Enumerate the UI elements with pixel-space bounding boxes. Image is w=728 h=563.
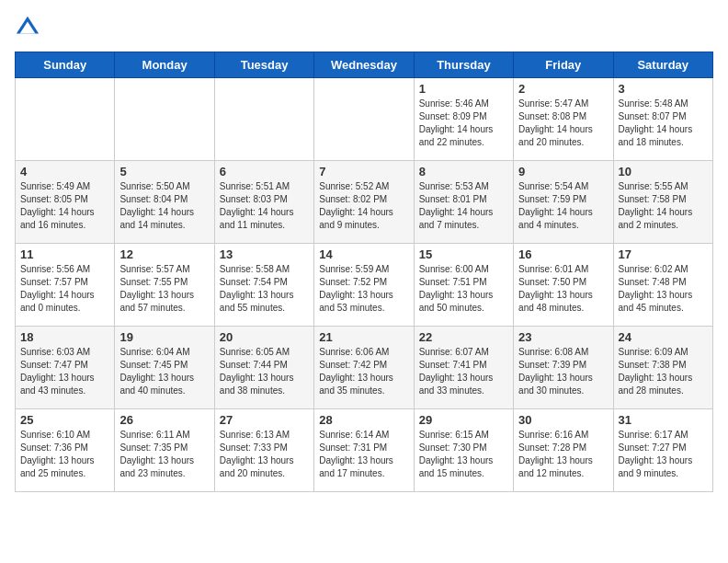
- day-info: Sunrise: 6:01 AM Sunset: 7:50 PM Dayligh…: [518, 263, 608, 315]
- week-row-5: 25Sunrise: 6:10 AM Sunset: 7:36 PM Dayli…: [16, 409, 713, 492]
- day-info: Sunrise: 5:58 AM Sunset: 7:54 PM Dayligh…: [220, 263, 309, 315]
- calendar-cell: 14Sunrise: 5:59 AM Sunset: 7:52 PM Dayli…: [314, 244, 414, 327]
- day-number: 5: [119, 165, 209, 178]
- calendar-header: SundayMondayTuesdayWednesdayThursdayFrid…: [16, 52, 713, 78]
- day-number: 19: [119, 330, 209, 344]
- day-info: Sunrise: 6:05 AM Sunset: 7:44 PM Dayligh…: [220, 346, 309, 397]
- day-info: Sunrise: 6:09 AM Sunset: 7:38 PM Dayligh…: [619, 346, 708, 397]
- day-number: 31: [619, 413, 708, 427]
- day-number: 25: [20, 413, 109, 427]
- calendar-cell: 1Sunrise: 5:46 AM Sunset: 8:09 PM Daylig…: [414, 78, 513, 161]
- day-number: 22: [419, 330, 508, 344]
- calendar-cell: 27Sunrise: 6:13 AM Sunset: 7:33 PM Dayli…: [214, 409, 313, 492]
- calendar-cell: 29Sunrise: 6:15 AM Sunset: 7:30 PM Dayli…: [414, 409, 513, 492]
- day-info: Sunrise: 6:15 AM Sunset: 7:30 PM Dayligh…: [419, 429, 508, 480]
- calendar-cell: 11Sunrise: 5:56 AM Sunset: 7:57 PM Dayli…: [16, 244, 115, 327]
- calendar-cell: [314, 78, 414, 161]
- header-row: SundayMondayTuesdayWednesdayThursdayFrid…: [16, 52, 713, 78]
- calendar-cell: 23Sunrise: 6:08 AM Sunset: 7:39 PM Dayli…: [514, 327, 613, 409]
- day-number: 12: [119, 247, 209, 261]
- day-info: Sunrise: 5:52 AM Sunset: 8:02 PM Dayligh…: [319, 180, 408, 232]
- calendar-cell: 3Sunrise: 5:48 AM Sunset: 8:07 PM Daylig…: [613, 78, 712, 161]
- calendar-cell: [115, 78, 214, 161]
- calendar-body: 1Sunrise: 5:46 AM Sunset: 8:09 PM Daylig…: [16, 78, 713, 492]
- week-row-1: 1Sunrise: 5:46 AM Sunset: 8:09 PM Daylig…: [16, 78, 713, 161]
- calendar-cell: 9Sunrise: 5:54 AM Sunset: 7:59 PM Daylig…: [514, 161, 613, 244]
- day-info: Sunrise: 5:55 AM Sunset: 7:58 PM Dayligh…: [619, 180, 708, 232]
- calendar-cell: 21Sunrise: 6:06 AM Sunset: 7:42 PM Dayli…: [314, 327, 414, 409]
- week-row-3: 11Sunrise: 5:56 AM Sunset: 7:57 PM Dayli…: [16, 244, 713, 327]
- day-number: 11: [20, 247, 109, 261]
- day-info: Sunrise: 5:53 AM Sunset: 8:01 PM Dayligh…: [419, 180, 508, 232]
- calendar-cell: 5Sunrise: 5:50 AM Sunset: 8:04 PM Daylig…: [115, 161, 214, 244]
- day-number: 8: [419, 165, 508, 178]
- day-number: 29: [419, 413, 508, 427]
- day-number: 3: [619, 82, 708, 96]
- day-number: 7: [319, 165, 408, 178]
- day-number: 15: [419, 247, 508, 261]
- day-info: Sunrise: 6:02 AM Sunset: 7:48 PM Dayligh…: [619, 263, 708, 315]
- calendar-cell: [214, 78, 313, 161]
- calendar-cell: 4Sunrise: 5:49 AM Sunset: 8:05 PM Daylig…: [16, 161, 115, 244]
- page-header: [15, 15, 713, 40]
- day-info: Sunrise: 5:59 AM Sunset: 7:52 PM Dayligh…: [319, 263, 408, 315]
- day-number: 24: [619, 330, 708, 344]
- calendar-cell: 12Sunrise: 5:57 AM Sunset: 7:55 PM Dayli…: [115, 244, 214, 327]
- calendar-cell: 20Sunrise: 6:05 AM Sunset: 7:44 PM Dayli…: [214, 327, 313, 409]
- day-number: 13: [220, 247, 309, 261]
- day-number: 28: [319, 413, 408, 427]
- header-wednesday: Wednesday: [314, 52, 414, 78]
- calendar-cell: 28Sunrise: 6:14 AM Sunset: 7:31 PM Dayli…: [314, 409, 414, 492]
- day-number: 4: [20, 165, 109, 178]
- calendar-cell: 18Sunrise: 6:03 AM Sunset: 7:47 PM Dayli…: [16, 327, 115, 409]
- day-info: Sunrise: 6:00 AM Sunset: 7:51 PM Dayligh…: [419, 263, 508, 315]
- day-info: Sunrise: 6:11 AM Sunset: 7:35 PM Dayligh…: [119, 429, 209, 480]
- day-info: Sunrise: 6:17 AM Sunset: 7:27 PM Dayligh…: [619, 429, 708, 480]
- day-info: Sunrise: 6:08 AM Sunset: 7:39 PM Dayligh…: [518, 346, 608, 397]
- day-info: Sunrise: 6:03 AM Sunset: 7:47 PM Dayligh…: [20, 346, 109, 397]
- calendar-cell: 8Sunrise: 5:53 AM Sunset: 8:01 PM Daylig…: [414, 161, 513, 244]
- calendar-cell: 2Sunrise: 5:47 AM Sunset: 8:08 PM Daylig…: [514, 78, 613, 161]
- day-info: Sunrise: 5:50 AM Sunset: 8:04 PM Dayligh…: [119, 180, 209, 232]
- header-saturday: Saturday: [613, 52, 712, 78]
- week-row-2: 4Sunrise: 5:49 AM Sunset: 8:05 PM Daylig…: [16, 161, 713, 244]
- day-info: Sunrise: 6:13 AM Sunset: 7:33 PM Dayligh…: [220, 429, 309, 480]
- day-info: Sunrise: 5:49 AM Sunset: 8:05 PM Dayligh…: [20, 180, 109, 232]
- calendar-cell: 10Sunrise: 5:55 AM Sunset: 7:58 PM Dayli…: [613, 161, 712, 244]
- day-info: Sunrise: 5:54 AM Sunset: 7:59 PM Dayligh…: [518, 180, 608, 232]
- day-number: 30: [518, 413, 608, 427]
- day-number: 18: [20, 330, 109, 344]
- day-number: 14: [319, 247, 408, 261]
- day-number: 20: [220, 330, 309, 344]
- day-number: 6: [220, 165, 309, 178]
- logo-icon: [15, 15, 40, 40]
- calendar-cell: 19Sunrise: 6:04 AM Sunset: 7:45 PM Dayli…: [115, 327, 214, 409]
- day-info: Sunrise: 6:04 AM Sunset: 7:45 PM Dayligh…: [119, 346, 209, 397]
- day-number: 27: [220, 413, 309, 427]
- week-row-4: 18Sunrise: 6:03 AM Sunset: 7:47 PM Dayli…: [16, 327, 713, 409]
- day-number: 21: [319, 330, 408, 344]
- calendar-cell: 7Sunrise: 5:52 AM Sunset: 8:02 PM Daylig…: [314, 161, 414, 244]
- header-tuesday: Tuesday: [214, 52, 313, 78]
- calendar-cell: 16Sunrise: 6:01 AM Sunset: 7:50 PM Dayli…: [514, 244, 613, 327]
- day-number: 16: [518, 247, 608, 261]
- calendar-cell: 25Sunrise: 6:10 AM Sunset: 7:36 PM Dayli…: [16, 409, 115, 492]
- calendar-cell: 22Sunrise: 6:07 AM Sunset: 7:41 PM Dayli…: [414, 327, 513, 409]
- calendar-cell: 24Sunrise: 6:09 AM Sunset: 7:38 PM Dayli…: [613, 327, 712, 409]
- day-info: Sunrise: 5:48 AM Sunset: 8:07 PM Dayligh…: [619, 98, 708, 149]
- day-info: Sunrise: 5:56 AM Sunset: 7:57 PM Dayligh…: [20, 263, 109, 315]
- day-info: Sunrise: 6:06 AM Sunset: 7:42 PM Dayligh…: [319, 346, 408, 397]
- header-thursday: Thursday: [414, 52, 513, 78]
- day-number: 23: [518, 330, 608, 344]
- day-info: Sunrise: 5:46 AM Sunset: 8:09 PM Dayligh…: [419, 98, 508, 149]
- calendar-cell: 31Sunrise: 6:17 AM Sunset: 7:27 PM Dayli…: [613, 409, 712, 492]
- calendar-cell: 26Sunrise: 6:11 AM Sunset: 7:35 PM Dayli…: [115, 409, 214, 492]
- day-number: 2: [518, 82, 608, 96]
- logo: [15, 15, 44, 40]
- calendar-cell: 30Sunrise: 6:16 AM Sunset: 7:28 PM Dayli…: [514, 409, 613, 492]
- day-info: Sunrise: 5:51 AM Sunset: 8:03 PM Dayligh…: [220, 180, 309, 232]
- day-info: Sunrise: 6:16 AM Sunset: 7:28 PM Dayligh…: [518, 429, 608, 480]
- header-sunday: Sunday: [16, 52, 115, 78]
- day-info: Sunrise: 6:10 AM Sunset: 7:36 PM Dayligh…: [20, 429, 109, 480]
- calendar-cell: [16, 78, 115, 161]
